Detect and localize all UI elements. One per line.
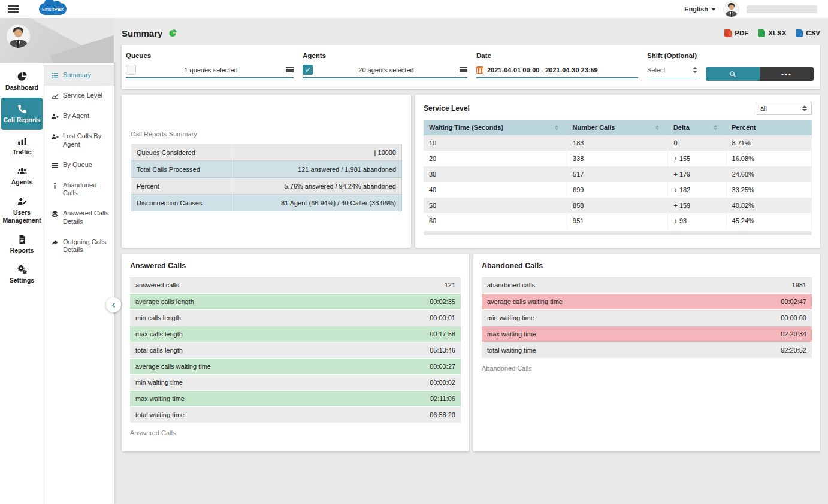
sidebar-item-label: Users Management: [2, 209, 42, 224]
horizontal-scrollbar[interactable]: [424, 231, 812, 235]
sidebar-item-dashboard[interactable]: Dashboard: [0, 66, 44, 96]
service-level-filter-select[interactable]: all: [756, 102, 812, 115]
cell-delta: + 93: [668, 213, 726, 229]
row-label: max calls length: [130, 326, 362, 342]
queues-selected-value: 1 queues selected: [136, 66, 286, 74]
more-options-button[interactable]: •••: [760, 67, 814, 81]
table-row: min calls length00:00:01: [130, 309, 461, 326]
cell-waiting-time: 40: [424, 182, 567, 198]
export-csv-label: CSV: [806, 29, 820, 37]
nav-item-by-agent[interactable]: By Agent: [44, 106, 114, 126]
row-label: total waiting time: [482, 342, 714, 358]
sidebar-item-reports[interactable]: Reports: [0, 229, 44, 259]
nav-item-by-queue[interactable]: By Queue: [44, 155, 114, 175]
date-range-picker[interactable]: 2021-04-01 00:00 - 2021-04-30 23:59: [476, 64, 638, 78]
nav-item-abandoned-calls[interactable]: Abandoned Calls: [44, 175, 114, 204]
column-header-delta[interactable]: Delta: [668, 120, 726, 135]
cell-number-calls: 951: [567, 213, 668, 229]
agents-list-icon[interactable]: [460, 67, 467, 72]
select-arrows-icon: [693, 67, 697, 73]
shift-filter-label: Shift (Optional): [647, 52, 697, 59]
export-pdf-button[interactable]: PDF: [724, 29, 748, 37]
queues-filter-label: Queues: [126, 52, 294, 59]
sidebar-item-label: Settings: [10, 277, 34, 284]
cell-percent: 33.25%: [726, 182, 811, 198]
column-header-number-calls[interactable]: Number Calls: [567, 120, 668, 135]
main-content: Summary PDF XLSX CSV: [114, 18, 828, 504]
cell-delta: + 159: [668, 198, 726, 213]
row-label: Total Calls Processed: [131, 161, 234, 178]
row-value: 00:00:00: [714, 309, 812, 326]
agents-selected-value: 20 agents selected: [313, 66, 460, 74]
report-file-icon: [17, 234, 28, 245]
sort-icon[interactable]: [655, 125, 659, 130]
phone-icon: [17, 104, 28, 114]
date-filter-label: Date: [476, 52, 638, 59]
sort-icon[interactable]: [555, 125, 558, 130]
row-label: total waiting time: [130, 406, 362, 423]
sidebar-item-label: Agents: [11, 178, 33, 186]
row-value: 02:20:34: [714, 326, 812, 342]
chevron-left-icon: [110, 302, 117, 309]
nav-item-label: Service Level: [63, 92, 102, 100]
language-selector[interactable]: English: [684, 5, 716, 13]
shift-select-value: Select: [647, 66, 666, 74]
row-label: min calls length: [130, 309, 362, 326]
column-header-percent[interactable]: Percent: [726, 120, 811, 135]
queues-list-icon[interactable]: [286, 67, 294, 72]
cell-percent: 8.71%: [726, 135, 811, 151]
date-range-value: 2021-04-01 00:00 - 2021-04-30 23:59: [487, 66, 598, 74]
nav-item-service-level[interactable]: Service Level: [44, 86, 114, 106]
table-row: 20338+ 15516.08%: [424, 151, 812, 166]
abandoned-calls-card: Abandoned Calls abandoned calls1981 aver…: [473, 254, 820, 451]
hamburger-menu-icon[interactable]: [8, 5, 19, 13]
smartpbx-logo[interactable]: SmartPBX: [39, 3, 67, 15]
sidebar-item-settings[interactable]: Settings: [0, 259, 44, 289]
export-csv-button[interactable]: CSV: [796, 29, 820, 37]
agents-filter-control[interactable]: 20 agents selected: [303, 64, 467, 78]
row-label: average calls length: [130, 293, 362, 309]
cell-delta: 0: [668, 135, 726, 151]
nav-item-answered-calls-details[interactable]: Answered Calls Details: [44, 204, 114, 232]
nav-item-lost-calls-by-agent[interactable]: Lost Calls By Agent: [44, 126, 114, 155]
sidebar-collapse-button[interactable]: [106, 297, 121, 312]
agents-filter-label: Agents: [303, 52, 467, 59]
row-value: 5.76% answered / 94.24% abandoned: [234, 178, 402, 195]
table-row: Disconnection Causes 81 Agent (66.94%) /…: [131, 195, 402, 211]
table-row: Total Calls Processed 121 answered / 1,9…: [131, 161, 402, 178]
answered-calls-title: Answered Calls: [130, 262, 461, 270]
queues-checkbox[interactable]: [126, 65, 136, 75]
queues-filter-control[interactable]: 1 queues selected: [126, 64, 294, 78]
app-shell: Dashboard Call Reports Traffic Agents Us…: [0, 18, 828, 504]
table-row: average calls length00:02:35: [130, 293, 461, 309]
table-row: total calls length05:13:46: [130, 342, 461, 358]
sidebar-item-agents[interactable]: Agents: [0, 161, 44, 191]
profile-avatar[interactable]: [6, 24, 31, 48]
sidebar-item-call-reports[interactable]: Call Reports: [1, 98, 43, 130]
cell-waiting-time: 10: [424, 135, 567, 151]
nav-item-summary[interactable]: Summary: [44, 65, 114, 86]
nav-item-outgoing-calls-details[interactable]: Outgoing Calls Details: [44, 232, 114, 261]
secondary-nav: Summary Service Level By Agent Lost Call…: [44, 63, 114, 504]
column-header-waiting-time[interactable]: Waiting Time (Seconds): [424, 120, 567, 135]
pie-chart-icon: [17, 71, 28, 82]
sort-icon[interactable]: [714, 125, 717, 130]
nav-item-label: Lost Calls By Agent: [63, 132, 109, 149]
sidebar-item-traffic[interactable]: Traffic: [0, 131, 44, 161]
row-label: Percent: [131, 178, 234, 195]
row-label: answered calls: [130, 277, 362, 293]
agents-checkbox[interactable]: [303, 65, 313, 75]
search-button[interactable]: [706, 67, 760, 81]
export-pdf-label: PDF: [735, 29, 748, 37]
export-xlsx-button[interactable]: XLSX: [758, 29, 786, 37]
row-value: 02:11:06: [362, 390, 461, 406]
call-reports-summary-title: Call Reports Summary: [131, 130, 402, 138]
shift-select[interactable]: Select: [647, 64, 697, 78]
service-level-table: Waiting Time (Seconds) Number Calls Delt…: [424, 120, 812, 229]
row-label: average calls waiting time: [482, 293, 714, 309]
service-level-title: Service Level: [424, 104, 470, 113]
user-avatar[interactable]: [723, 1, 739, 17]
sidebar-item-users-management[interactable]: Users Management: [0, 192, 44, 229]
table-row: min waiting time00:00:00: [482, 309, 812, 326]
table-row: Percent 5.76% answered / 94.24% abandone…: [131, 178, 402, 195]
